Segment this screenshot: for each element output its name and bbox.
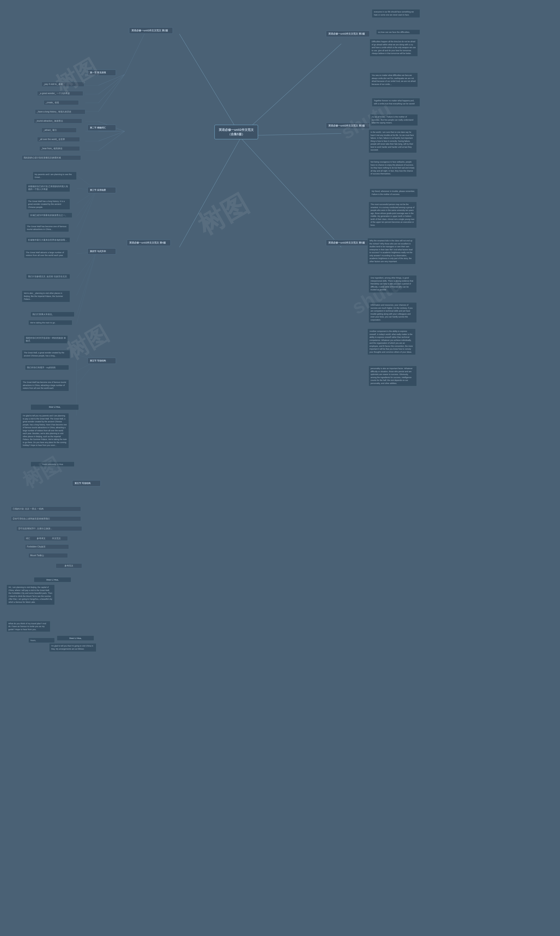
rt-7-text: In the world, I am sure that no one dare… — [371, 131, 414, 151]
article-4-label: 英语必修一unit2作文文范文 第4篇 — [129, 241, 166, 244]
rt-15-text: personality is also an important factor.… — [371, 367, 412, 385]
mindmap-container: 英语必修一unit2作文范文 （合集5篇） 英语必修一unit2作文文范文 第2… — [0, 0, 560, 936]
plan-item-3: ③可信息增加20个, 以便分之旅游... — [16, 526, 82, 531]
sent-6: 长城每年吸引大量来自世界各地的游客... — [26, 237, 70, 242]
sent-9: We're also _ planning to visit other pla… — [22, 291, 70, 302]
right-reply-sal: Dear Li Hua, — [57, 636, 94, 640]
kw-8: _hear from_ 收到来信 — [39, 146, 80, 151]
rt-1: everyone in our life should face somethi… — [372, 9, 420, 18]
left-letter-body-text: Hi!, I am planning to visit Beijing, the… — [9, 586, 52, 603]
sent-15-text: The Great Wall has become one of famous … — [23, 381, 66, 389]
sent-6-text: 长城每年吸引大量来自世界各地的游客... — [28, 239, 67, 241]
kw-9-label: 我此刻的心设计划在首都北京参观长城 — [24, 156, 61, 159]
svg-line-25 — [77, 190, 96, 217]
kw-3: _create_ 创造 — [44, 100, 79, 105]
rt-2-text: so,how can we face the difficulties. — [378, 31, 410, 33]
letter-body-text: I'm glad to tell you my parents and I ar… — [23, 415, 67, 446]
article-4-node: 英语必修一unit2作文文范文 第4篇 — [127, 240, 171, 246]
sent-11: We're taking the train to go. — [28, 320, 72, 325]
left-letter-sal: Dear Li Hua, — [34, 577, 71, 582]
section-2-label: 第二节 精确词汇 — [90, 126, 106, 129]
sent-3: The Great Wall has a long history. It is… — [26, 199, 70, 209]
rt-9: My friend, whenever in trouble, please r… — [370, 189, 418, 197]
sent-11-text: We're taking the train to go. — [30, 322, 55, 324]
center-label: 英语必修一unit2作文范文 （合集5篇） — [219, 128, 254, 136]
watermark-2: 树图 — [191, 186, 255, 243]
rt-4: You see,no matter what difficulties we f… — [370, 72, 418, 87]
rt-3: Difficulties happen all the time,but do … — [370, 39, 418, 57]
plan-item-1-text: ①我的计划: 北京 一景点 一机构 — [13, 508, 43, 510]
plan-item-1: ①我的计划: 北京 一景点 一机构 — [11, 506, 81, 511]
kw-1: _pay 4 visit to_ 参观 — [42, 82, 84, 87]
kw-8-label: _hear from_ 收到来信 — [41, 147, 62, 150]
rt-6-text: As we all know... Failure is the mother … — [372, 116, 414, 124]
kw-3-label: _create_ 创造 — [46, 101, 59, 104]
rt-13: Information and resources, your chances … — [369, 302, 417, 323]
rt-14: Another component is the ability to expr… — [368, 329, 415, 355]
article-5-label: 英语必修一unit2作文文范文 第5篇 — [328, 241, 365, 244]
svg-line-32 — [77, 252, 96, 324]
rt-10-text: The most successful person may not be th… — [371, 203, 415, 226]
sent-7-text: The Great Wall attracts a large number o… — [26, 251, 64, 256]
rt-12: One ingredient, among other things, is g… — [369, 275, 417, 293]
svg-line-36 — [77, 361, 96, 385]
svg-line-26 — [77, 190, 96, 228]
plan-item-3-text: ③可信息增加20个, 以便分之旅游... — [18, 527, 52, 530]
connection-lines — [0, 0, 560, 936]
sent-4-text: 长城已成为中国著名的旅游景点之一。 — [30, 214, 68, 216]
rt-8: Not being courageous to face setbacks, p… — [369, 159, 417, 177]
rt-2: so,how can we face the difficulties. — [376, 29, 420, 35]
left-letter-body: Hi!, I am planning to visit Beijing, the… — [6, 585, 55, 605]
letter-salutation: Dear Li Hua, — [31, 404, 79, 410]
right-reply-sal-text: Dear Li Hua, — [69, 637, 82, 639]
right-reply-body: I'm glad to tell you that I'm going to v… — [49, 643, 96, 652]
svg-line-31 — [77, 252, 96, 315]
article-5-node: 英语必修一unit2作文文范文 第5篇 — [326, 240, 370, 246]
section-5b-label: 第五节 写信结构 — [75, 482, 91, 484]
left-letter-sign: Yours, — [28, 638, 55, 643]
article-3-node: 英语必修一unit2作文文范文 第3篇 — [326, 31, 370, 37]
section-2: 第二节 精确词汇 — [88, 125, 116, 131]
sent-2: 未能做好自己的计划,已有很多的外国人知 道的一个惊人大奇迹 — [26, 184, 70, 192]
svg-line-8 — [98, 74, 125, 103]
svg-line-12 — [98, 131, 125, 141]
left-letter-sign-text: Yours, — [30, 639, 36, 642]
watermark-6: 树图 — [18, 451, 65, 494]
sent-1-text: My parents and I are planning to see the… — [35, 173, 72, 178]
mount-tai-text: Mount Tai泰山 — [30, 554, 44, 557]
rt-15: personality is also an important factor.… — [369, 366, 417, 386]
article-3-label: 英语必修一unit2作文文范文 第3篇 — [328, 32, 365, 35]
svg-line-29 — [77, 252, 96, 278]
sent-1: My parents and I are planning to see the… — [33, 172, 77, 180]
letter-body: I'm glad to tell you my parents and I ar… — [21, 413, 69, 448]
section-1: 第一节 常见语境 — [88, 69, 116, 76]
left-letter-question-text: What do you think of my travel plan? And… — [8, 622, 46, 631]
kw-7: _all over the world_ 全世界 — [37, 137, 80, 142]
section-5: 第五节 写信结构 — [88, 358, 116, 364]
sent-5: The Great Wall has become one of famous … — [25, 224, 69, 232]
center-node: 英语必修一unit2作文范文 （合集5篇） — [214, 125, 258, 139]
svg-line-6 — [98, 74, 125, 85]
kw-9: 我此刻的心设计划在首都北京参观长城 — [22, 155, 81, 160]
svg-line-30 — [77, 252, 96, 296]
sent-7: The Great Wall attracts a large number o… — [24, 250, 68, 258]
plan-item-2-text: ②你可否结合上述和故宫是表推荐我们 — [13, 517, 50, 520]
rt-5: Together forever no matter what happens,… — [372, 98, 420, 106]
kw-2: _a great wonder_ 一个大的奇迹 — [37, 91, 83, 96]
sent-12: 我想对你们对并升告诉你一种好的旅游 体验式 — [24, 336, 68, 343]
article-2-label: 英语必修一unit2作文文范文 第2篇 — [131, 29, 168, 32]
reference-label: 参考范文 — [56, 563, 82, 568]
left-letter-sal-text: Dear Li Hua, — [46, 579, 58, 581]
sent-3-text: The Great Wall has a long history. It is… — [28, 200, 65, 208]
sent-15: The Great Wall has become one of famous … — [21, 380, 69, 391]
kw-6: _attract_ 吸引 — [42, 128, 77, 132]
sent-13: The Great Wall, a great wonder created b… — [22, 350, 70, 359]
section-3-label: 第三节 应用场景 — [90, 189, 106, 191]
sent-13-text: The Great Wall, a great wonder created b… — [24, 352, 64, 357]
vocab-table-header: 词汇 参考译文 作文范文 — [24, 536, 68, 541]
sent-9-text: We're also _ planning to visit other pla… — [24, 292, 63, 300]
svg-line-0 — [179, 34, 241, 135]
sent-10-text: 我们打算乘火车前往。 — [32, 313, 54, 316]
left-letter-question: What do you think of my travel plan? And… — [6, 621, 50, 632]
svg-line-13 — [98, 131, 125, 151]
